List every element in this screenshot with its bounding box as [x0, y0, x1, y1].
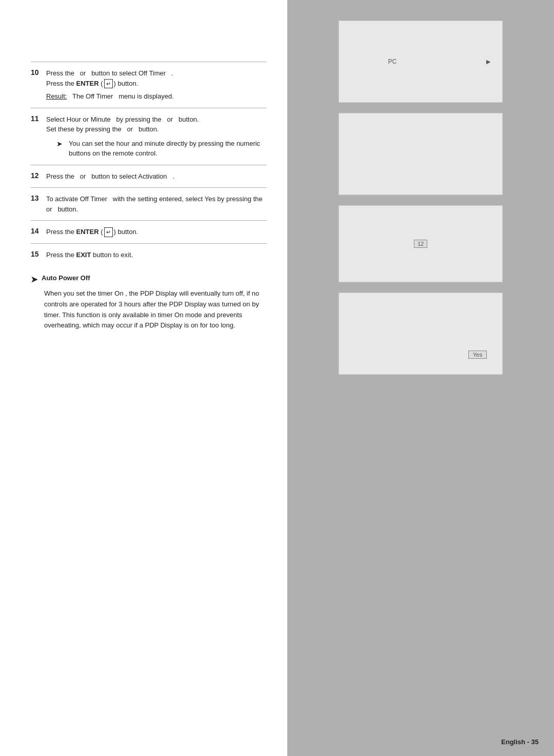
- step-14-row: 14 Press the ENTER (↵) button.: [31, 221, 267, 244]
- step-15-content: Press the EXIT button to exit.: [46, 243, 267, 266]
- step-10-result: Result: The Off Timer menu is displayed.: [46, 91, 267, 102]
- step-11-row: 11 Select Hour or Minute by pressing the…: [31, 108, 267, 165]
- step-12-content: Press the or button to select Activation…: [46, 165, 267, 188]
- right-sidebar: PC ► 12 Yes English - 35: [287, 0, 554, 756]
- screen3-number-label: 12: [414, 240, 427, 248]
- step-10-number: 10: [31, 62, 46, 108]
- auto-power-header: ➤ Auto Power Off: [31, 274, 267, 284]
- enter-icon-14: ↵: [104, 227, 113, 237]
- screen1-arrow-icon: ►: [485, 57, 492, 66]
- step-11-content: Select Hour or Minute by pressing the or…: [46, 108, 267, 165]
- screen-inner-3: 12: [339, 206, 502, 282]
- enter-label-10: ENTER: [76, 80, 99, 87]
- auto-power-section: ➤ Auto Power Off When you set the timer …: [31, 274, 267, 331]
- auto-power-arrow: ➤: [31, 275, 37, 284]
- step-14-number: 14: [31, 221, 46, 244]
- step-10-content: Press the or button to select Off Timer …: [46, 62, 267, 108]
- step-11-note: ➤ You can set the hour and minute direct…: [46, 139, 267, 159]
- result-label-10: Result:: [46, 92, 67, 100]
- auto-power-body: When you set the timer On , the PDP Disp…: [31, 288, 267, 331]
- auto-power-title: Auto Power Off: [42, 274, 90, 282]
- step-15-number: 15: [31, 243, 46, 266]
- screen-box-1: PC ►: [339, 21, 503, 103]
- screen1-pc-label: PC: [388, 58, 397, 65]
- exit-label-15: EXIT: [76, 251, 91, 259]
- note-arrow-11: ➤: [56, 139, 63, 159]
- step-11-number: 11: [31, 108, 46, 165]
- enter-icon-10: ↵: [104, 79, 113, 89]
- note-text-11: You can set the hour and minute directly…: [69, 139, 267, 159]
- step-10-row: 10 Press the or button to select Off Tim…: [31, 62, 267, 108]
- left-content: 10 Press the or button to select Off Tim…: [0, 0, 287, 756]
- enter-label-14: ENTER: [76, 228, 99, 236]
- screen4-yes-label: Yes: [468, 351, 487, 359]
- step-15-row: 15 Press the EXIT button to exit.: [31, 243, 267, 266]
- step-13-row: 13 To activate Off Timer with the settin…: [31, 188, 267, 221]
- step-14-content: Press the ENTER (↵) button.: [46, 221, 267, 244]
- screen-box-3: 12: [339, 205, 503, 282]
- screen-inner-1: PC ►: [339, 21, 502, 102]
- step-13-content: To activate Off Timer with the setting e…: [46, 188, 267, 221]
- page-footer: English - 35: [501, 738, 539, 746]
- step-13-number: 13: [31, 188, 46, 221]
- screen-box-4: Yes: [339, 293, 503, 375]
- step-12-row: 12 Press the or button to select Activat…: [31, 165, 267, 188]
- screen-inner-4: Yes: [339, 293, 502, 374]
- screen-box-2: [339, 113, 503, 195]
- step-12-number: 12: [31, 165, 46, 188]
- steps-table: 10 Press the or button to select Off Tim…: [31, 62, 267, 266]
- screen-inner-2: [339, 113, 502, 195]
